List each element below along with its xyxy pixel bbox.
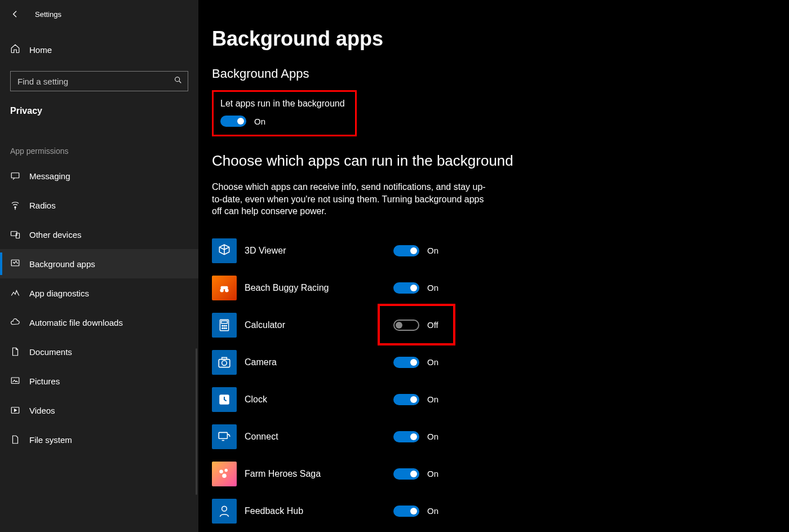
devices-icon [10,229,20,240]
app-name: Farm Heroes Saga [245,469,393,479]
sidebar-item-label: Messaging [29,171,70,181]
app-row: CameraOn [212,344,789,381]
search-field-wrap [10,71,188,91]
sidebar-item-label: Other devices [29,230,82,240]
section-heading: App permissions [10,147,198,156]
category-heading: Privacy [10,106,198,116]
videos-icon [10,405,20,415]
back-button[interactable] [10,9,20,19]
sidebar-item-videos[interactable]: Videos [0,396,198,425]
sidebar-item-app-diagnostics[interactable]: App diagnostics [0,278,198,308]
app-toggle-container: On [393,394,438,405]
app-toggle-container: On [393,282,438,294]
app-toggle[interactable] [393,320,419,331]
sidebar-item-label: App diagnostics [29,289,89,298]
pictures-icon [10,376,20,386]
svg-point-13 [222,325,223,326]
home-icon [10,43,20,56]
sidebar-item-background-apps[interactable]: Background apps [0,249,198,278]
document-icon [10,347,20,357]
svg-point-14 [224,325,225,326]
app-toggle-state: On [427,283,438,292]
file-system-icon [10,435,20,445]
cloud-icon [10,317,20,327]
sidebar-item-messaging[interactable]: Messaging [0,161,198,190]
svg-rect-10 [221,286,228,289]
messaging-icon [10,171,20,181]
app-tile-icon [212,238,237,263]
app-toggle-container: On [393,506,438,517]
sidebar-item-other-devices[interactable]: Other devices [0,220,198,249]
master-toggle-highlight: Let apps run in the background On [212,90,357,136]
sidebar-scrollbar[interactable] [196,348,197,495]
app-toggle-container: On [393,245,438,256]
app-tile-icon [212,313,237,338]
app-toggle-state: On [427,246,438,255]
app-toggle-container: On [393,357,438,368]
background-apps-icon [10,259,20,269]
app-tile-icon [212,387,237,412]
svg-point-17 [224,327,225,329]
search-icon [174,76,183,87]
title-bar: Settings [0,3,198,25]
app-toggle[interactable] [393,431,419,442]
section-title: Background Apps [212,66,789,81]
sidebar-item-label: Videos [29,406,55,415]
app-name: Connect [245,432,393,442]
svg-rect-12 [221,321,228,323]
app-name: Beach Buggy Racing [245,283,393,293]
app-row: 3D ViewerOn [212,232,789,269]
radios-icon [10,200,20,210]
svg-rect-21 [222,357,227,359]
search-input[interactable] [10,71,188,91]
app-row: Beach Buggy RacingOn [212,269,789,307]
app-toggle[interactable] [393,357,419,368]
app-tile-icon [212,462,237,486]
sidebar-item-label: Documents [29,347,72,357]
app-toggle-state: On [427,394,438,404]
app-toggle[interactable] [393,282,419,294]
sidebar: Settings Home Privacy App permissions Me… [0,0,198,532]
svg-point-20 [222,361,227,366]
master-toggle[interactable] [220,116,246,127]
master-toggle-state: On [254,117,265,126]
sidebar-item-label: File system [29,435,72,445]
sidebar-item-automatic-file-downloads[interactable]: Automatic file downloads [0,308,198,337]
app-toggle[interactable] [393,468,419,480]
app-toggle-container: On [393,431,438,442]
nav-list: Messaging Radios Other devices Backgroun… [0,161,198,454]
app-toggle[interactable] [393,245,419,256]
app-row: CalculatorOff [212,307,789,344]
sidebar-item-radios[interactable]: Radios [0,190,198,220]
app-toggle-state: On [427,432,438,441]
master-toggle-label: Let apps run in the background [220,99,345,109]
sidebar-item-documents[interactable]: Documents [0,337,198,366]
app-toggle-state: On [427,506,438,516]
window-title: Settings [35,10,61,19]
app-row: Feedback HubOn [212,493,789,530]
choose-description: Choose which apps can receive info, send… [212,181,488,218]
svg-rect-5 [11,260,19,266]
app-toggle-container: On [393,468,438,480]
app-name: Calculator [245,320,393,330]
app-toggle[interactable] [393,506,419,517]
svg-rect-6 [11,378,19,384]
app-toggle-state: Off [427,320,438,330]
svg-point-18 [225,327,227,329]
page-title: Background apps [212,27,789,51]
sidebar-item-pictures[interactable]: Pictures [0,366,198,396]
app-toggle[interactable] [393,394,419,405]
sidebar-item-file-system[interactable]: File system [0,425,198,454]
app-tile-icon [212,499,237,524]
sidebar-item-label: Background apps [29,259,95,269]
home-nav[interactable]: Home [0,38,198,61]
svg-point-15 [225,325,227,326]
svg-rect-1 [11,173,19,178]
sidebar-item-label: Pictures [29,376,60,386]
svg-point-26 [222,473,227,478]
content-area: Background apps Background Apps Let apps… [198,0,789,532]
app-toggle-container: Off [393,320,438,331]
app-tile-icon [212,424,237,449]
diagnostics-icon [10,288,20,298]
app-name: Feedback Hub [245,506,393,516]
